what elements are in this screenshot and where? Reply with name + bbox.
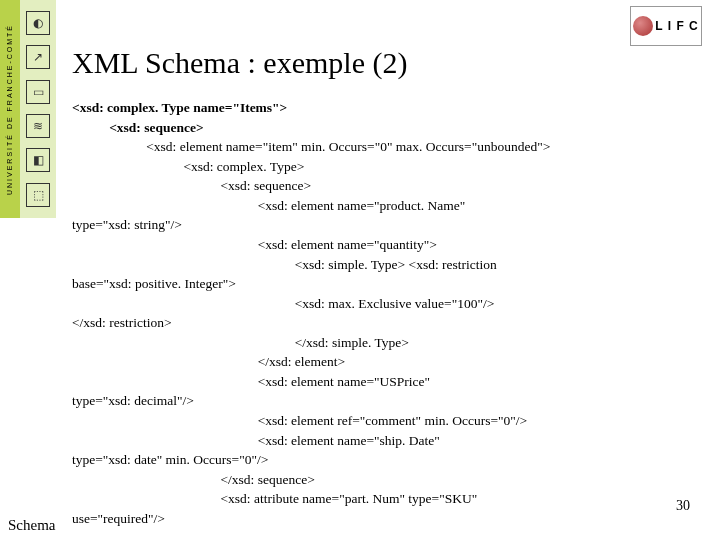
code-line-11: </xsd: element> bbox=[72, 354, 345, 369]
code-line-7: <xsd: element name="quantity"> bbox=[72, 237, 437, 252]
footer-label: Schema bbox=[8, 517, 55, 534]
code-line-6: <xsd: element name="product. Name" bbox=[72, 198, 465, 213]
code-line-16b: use="required"/> bbox=[72, 511, 165, 526]
code-line-12b: type="xsd: decimal"/> bbox=[72, 393, 194, 408]
sidebar-institution-strip: UNIVERSITÉ DE FRANCHE-COMTÉ bbox=[0, 0, 20, 218]
code-line-1: <xsd: complex. Type name="Items"> bbox=[72, 100, 287, 115]
logo: L I F C bbox=[630, 6, 702, 46]
sidebar: UNIVERSITÉ DE FRANCHE-COMTÉ ◐ ↗ ▭ ≋ ◧ ⬚ bbox=[0, 0, 56, 218]
code-line-12: <xsd: element name="USPrice" bbox=[72, 374, 430, 389]
code-line-8b: base="xsd: positive. Integer"> bbox=[72, 276, 236, 291]
code-line-4: <xsd: complex. Type> bbox=[72, 159, 304, 174]
code-line-5: <xsd: sequence> bbox=[72, 178, 311, 193]
code-line-8: <xsd: simple. Type> <xsd: restriction bbox=[72, 257, 497, 272]
sidebar-icon-4: ≋ bbox=[26, 114, 50, 138]
sidebar-icons: ◐ ↗ ▭ ≋ ◧ ⬚ bbox=[20, 0, 56, 218]
logo-dot-icon bbox=[633, 16, 653, 36]
code-line-14: <xsd: element name="ship. Date" bbox=[72, 433, 440, 448]
code-line-3: <xsd: element name="item" min. Occurs="0… bbox=[72, 139, 550, 154]
code-line-9: <xsd: max. Exclusive value="100"/> bbox=[72, 296, 494, 311]
code-line-9b: </xsd: restriction> bbox=[72, 315, 172, 330]
code-line-16: <xsd: attribute name="part. Num" type="S… bbox=[72, 491, 477, 506]
sidebar-icon-2: ↗ bbox=[26, 45, 50, 69]
sidebar-icon-3: ▭ bbox=[26, 80, 50, 104]
code-line-6b: type="xsd: string"/> bbox=[72, 217, 182, 232]
code-line-15: </xsd: sequence> bbox=[72, 472, 315, 487]
code-line-2: <xsd: sequence> bbox=[72, 120, 204, 135]
sidebar-icon-1: ◐ bbox=[26, 11, 50, 35]
code-line-14b: type="xsd: date" min. Occurs="0"/> bbox=[72, 452, 268, 467]
code-line-13: <xsd: element ref="comment" min. Occurs=… bbox=[72, 413, 527, 428]
sidebar-icon-5: ◧ bbox=[26, 148, 50, 172]
sidebar-icon-6: ⬚ bbox=[26, 183, 50, 207]
code-line-10: </xsd: simple. Type> bbox=[72, 335, 409, 350]
logo-text: L I F C bbox=[655, 19, 698, 33]
page-number: 30 bbox=[676, 498, 690, 514]
xml-code-block: <xsd: complex. Type name="Items"> <xsd: … bbox=[72, 98, 690, 528]
slide-title: XML Schema : exemple (2) bbox=[72, 46, 407, 80]
sidebar-institution-label: UNIVERSITÉ DE FRANCHE-COMTÉ bbox=[7, 23, 14, 194]
